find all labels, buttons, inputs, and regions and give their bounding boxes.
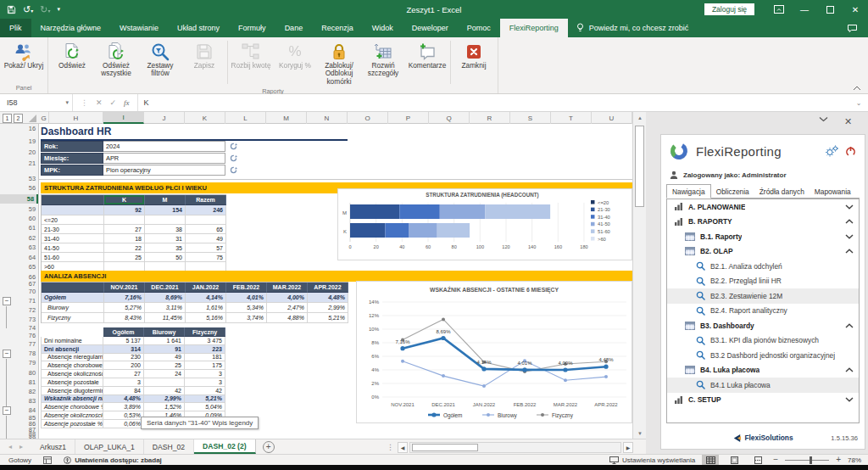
selection-handle[interactable]: [142, 203, 145, 205]
row-header-19[interactable]: 19: [15, 137, 38, 146]
sheet-nav-right-icon[interactable]: ▸: [19, 443, 23, 450]
table-cell[interactable]: [144, 378, 185, 387]
row-header-21[interactable]: 21: [15, 159, 38, 168]
row-header-72[interactable]: 72: [15, 305, 38, 315]
row-header-59[interactable]: 59: [15, 204, 38, 214]
logout-power-icon[interactable]: [845, 146, 856, 157]
table-col-header[interactable]: Fizyczny: [185, 327, 225, 337]
scroll-up-icon[interactable]: ▲: [633, 112, 647, 123]
accessibility-status[interactable]: Ułatwienia dostępu: zbadaj: [64, 456, 162, 464]
chevron-up-icon[interactable]: [845, 219, 854, 224]
table-cell[interactable]: 65: [186, 225, 226, 234]
chevron-down-icon[interactable]: [845, 234, 854, 239]
outline-group-collapse[interactable]: −: [3, 297, 11, 305]
row-header-80[interactable]: 80: [15, 368, 38, 378]
outline-level-2-button[interactable]: 2: [14, 114, 23, 123]
outline-group-collapse[interactable]: −: [3, 350, 11, 358]
save-icon[interactable]: [7, 5, 16, 14]
table-cell[interactable]: 7,16%: [104, 293, 145, 303]
row-header-62[interactable]: 62: [15, 233, 38, 243]
table-cell[interactable]: 3: [103, 378, 144, 387]
filter-value[interactable]: Pion operacyjny: [103, 165, 225, 176]
hscroll-right-icon[interactable]: ▶: [623, 442, 633, 453]
ribbon-button-close-red[interactable]: Zamknij: [452, 38, 496, 87]
table-cell[interactable]: 5,34%: [226, 303, 267, 313]
table-row-label[interactable]: 41-50: [42, 243, 104, 253]
ribbon-button-expand-details[interactable]: Rozwiń szczegóły: [361, 38, 405, 87]
tree-item-8[interactable]: B3. Dashboardy: [667, 318, 859, 333]
row-header-81[interactable]: 81: [15, 378, 38, 387]
expand-formula-bar-icon[interactable]: ⌄: [849, 94, 868, 111]
chevron-up-icon[interactable]: [845, 249, 854, 254]
vertical-scrollbar[interactable]: ▲ ▼: [632, 112, 646, 439]
table-cell[interactable]: 35: [145, 243, 186, 253]
tree-item-0[interactable]: A. PLANOWANIE: [667, 199, 859, 215]
column-header-H[interactable]: H: [49, 112, 103, 124]
table-cell[interactable]: 84: [103, 387, 144, 395]
column-header-O[interactable]: O: [348, 112, 388, 124]
row-header-56[interactable]: 56: [15, 183, 38, 193]
vertical-scrollbar-thumb[interactable]: [635, 126, 644, 207]
column-header-L[interactable]: L: [225, 112, 266, 124]
tree-item-4[interactable]: B2.1. Analiza odchyleń: [667, 259, 859, 274]
sheet-nav-left-icon[interactable]: ◂: [8, 443, 12, 450]
column-header-J[interactable]: J: [144, 112, 185, 124]
table-cell[interactable]: 42: [185, 387, 225, 395]
pane-close-icon[interactable]: ✕: [844, 116, 852, 127]
table-cell[interactable]: 22: [104, 243, 145, 253]
row-header-79[interactable]: 79: [15, 358, 38, 367]
column-header-N[interactable]: N: [307, 112, 348, 124]
table-cell[interactable]: 8,69%: [145, 293, 186, 303]
scroll-down-icon[interactable]: ▼: [633, 428, 647, 439]
column-headers[interactable]: 1 2 GHIJKLMNOPQRSTU: [0, 112, 632, 124]
ribbon-button-lock[interactable]: Zablokuj/ Odblokuj komórki: [317, 38, 361, 87]
row-header-16[interactable]: 16: [15, 124, 38, 133]
cancel-entry-icon[interactable]: ✕: [96, 98, 103, 107]
table-cell[interactable]: 49: [186, 234, 226, 243]
column-header-U[interactable]: U: [592, 112, 632, 124]
share-comment-icon[interactable]: [847, 19, 858, 37]
filter-refresh-icon[interactable]: [230, 165, 237, 176]
table-row-label[interactable]: Wskaźnik absencji nieregularnych: [41, 395, 103, 404]
table-col-header[interactable]: JAN.2022: [186, 283, 226, 293]
table-cell[interactable]: 25: [104, 253, 145, 262]
view-page-break-icon[interactable]: [749, 455, 766, 465]
tree-item-6[interactable]: B2.3. Zestawienie 12M: [667, 288, 859, 304]
table-col-header[interactable]: M: [145, 195, 186, 205]
hscroll-left-icon[interactable]: ◀: [398, 442, 408, 453]
table-col-header[interactable]: NOV.2021: [104, 283, 145, 293]
table-col-header[interactable]: APR.2022: [308, 283, 348, 293]
column-header-Q[interactable]: Q: [429, 112, 470, 124]
table-cell[interactable]: 24: [144, 370, 185, 378]
table-cell[interactable]: 57: [186, 243, 226, 253]
table-cell[interactable]: 2,47%: [267, 303, 308, 313]
row-header-78[interactable]: 78: [15, 349, 38, 358]
zoom-level[interactable]: 78%: [848, 456, 861, 464]
ribbon-display-options-icon[interactable]: [766, 0, 792, 19]
table-cell[interactable]: 223: [185, 345, 225, 354]
table-cell[interactable]: 3: [185, 370, 225, 378]
table-cell[interactable]: 200: [103, 361, 144, 370]
ribbon-tab-3[interactable]: Formuły: [229, 19, 275, 37]
table-col-header[interactable]: FEB.2022: [226, 283, 267, 293]
zoom-out-icon[interactable]: −: [773, 456, 778, 463]
table-cell[interactable]: [186, 215, 226, 225]
sign-in-button[interactable]: Zaloguj się: [704, 3, 754, 15]
collapse-ribbon-icon[interactable]: [853, 86, 861, 91]
table-cell[interactable]: 3,89%: [103, 403, 144, 411]
table-cell[interactable]: 4,48%: [103, 395, 144, 404]
table-cell[interactable]: 0,06%: [103, 420, 144, 428]
ribbon-button-comments[interactable]: Komentarze: [405, 38, 449, 87]
table-row-label[interactable]: Ogółem: [42, 293, 104, 303]
absence-line-chart[interactable]: WSKAŹNIK ABSENCJI - OSTATNIE 6 MIESIĘCY0…: [356, 281, 632, 423]
filter-refresh-icon[interactable]: [230, 141, 237, 152]
table-cell[interactable]: 2,99%: [144, 395, 185, 404]
table-cell[interactable]: 50: [145, 253, 186, 262]
table-cell[interactable]: 181: [185, 354, 225, 362]
chevron-up-icon[interactable]: [845, 367, 854, 372]
settings-gears-icon[interactable]: [825, 145, 838, 157]
sheet-tab-1[interactable]: OLAP_LUKA_1: [75, 439, 144, 454]
sheet-canvas[interactable]: Dashboard HR Rok:2024Miesiąc:APRMPK:Pion…: [39, 124, 632, 439]
table-cell[interactable]: 1,61%: [186, 303, 226, 313]
chevron-down-icon[interactable]: [845, 204, 854, 210]
